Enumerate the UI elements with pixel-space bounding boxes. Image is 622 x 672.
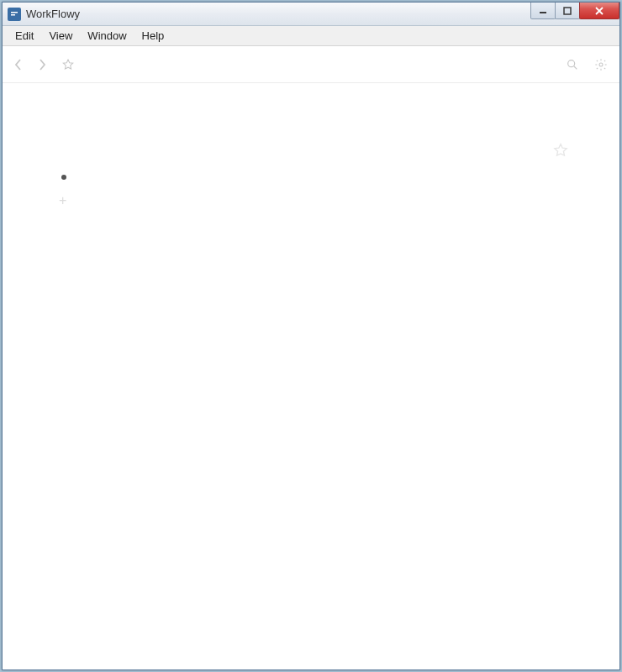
add-item-row[interactable]: + <box>53 191 569 211</box>
background-blur <box>137 6 356 23</box>
search-icon[interactable] <box>566 58 579 71</box>
star-icon[interactable] <box>61 58 75 71</box>
bullet-dot-icon[interactable] <box>61 175 66 180</box>
menu-view[interactable]: View <box>41 28 80 44</box>
page-star-icon[interactable] <box>552 142 569 162</box>
maximize-button[interactable] <box>555 3 580 19</box>
content-area: + <box>3 83 619 669</box>
svg-rect-2 <box>540 12 546 13</box>
svg-rect-3 <box>564 8 571 14</box>
menu-help[interactable]: Help <box>134 28 172 44</box>
svg-point-4 <box>568 60 575 66</box>
minimize-button[interactable] <box>530 3 556 19</box>
svg-rect-0 <box>11 12 18 13</box>
close-button[interactable] <box>579 3 619 19</box>
menu-window[interactable]: Window <box>80 28 134 44</box>
window-title: WorkFlowy <box>26 8 80 20</box>
bullet-text[interactable] <box>75 171 569 184</box>
svg-rect-1 <box>11 14 15 16</box>
back-icon[interactable] <box>14 59 23 71</box>
svg-point-5 <box>599 63 603 66</box>
gear-icon[interactable] <box>594 58 608 71</box>
toolbar <box>3 46 619 83</box>
window-controls <box>531 3 619 19</box>
outline: + <box>53 167 569 211</box>
plus-icon[interactable]: + <box>59 194 66 207</box>
menu-edit[interactable]: Edit <box>8 28 41 44</box>
forward-icon[interactable] <box>38 59 46 71</box>
app-window: WorkFlowy Edit View Window Help <box>2 2 620 670</box>
bullet-row[interactable] <box>53 167 569 187</box>
menubar: Edit View Window Help <box>3 26 619 46</box>
app-icon <box>8 8 21 21</box>
titlebar[interactable]: WorkFlowy <box>3 3 619 26</box>
